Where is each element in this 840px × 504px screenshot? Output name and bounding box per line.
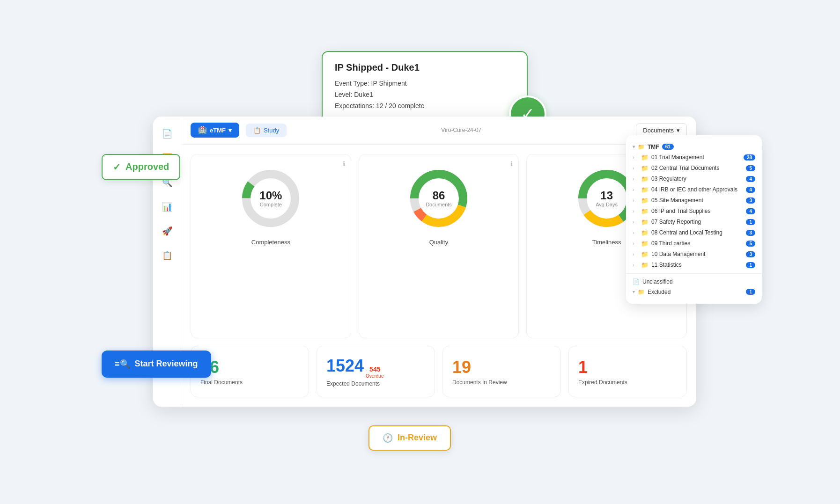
tmf-item-folder-icon: 📁 xyxy=(641,197,648,204)
tmf-chevron-down-icon2: ▾ xyxy=(633,289,635,294)
tmf-items-list: › 📁 01 Trial Management 28 › 📁 02 Centra… xyxy=(626,152,762,270)
tmf-header-label: TMF xyxy=(648,144,659,150)
tmf-unclassified-label: Unclassified xyxy=(642,278,755,285)
tmf-item-04[interactable]: › 📁 04 IRB or IEC and other Approvals 4 xyxy=(626,184,762,195)
in-review-label: Documents In Review xyxy=(452,379,551,386)
quality-sub: Documents xyxy=(426,202,452,207)
tmf-item-06[interactable]: › 📁 06 IP and Trial Supplies 4 xyxy=(626,206,762,217)
tmf-item-chevron: › xyxy=(633,241,638,246)
tmf-item-badge: 1 xyxy=(746,262,755,268)
tmf-item-label: 02 Central Trial Documents xyxy=(651,165,743,171)
timeliness-value: 13 xyxy=(596,189,618,201)
tmf-chevron-down-icon: ▾ xyxy=(633,144,635,149)
tmf-item-label: 04 IRB or IEC and other Approvals xyxy=(651,186,743,193)
tmf-item-folder-icon: 📁 xyxy=(641,229,648,236)
in-review-badge-label: In-Review xyxy=(398,433,437,443)
tmf-item-badge: 28 xyxy=(744,154,755,161)
timeliness-title: Timeliness xyxy=(592,239,621,246)
tmf-excluded-icon: 📁 xyxy=(638,289,645,295)
tmf-unclassified[interactable]: 📄 Unclassified xyxy=(626,277,762,287)
tmf-item-label: 10 Data Management xyxy=(651,251,743,257)
quality-title: Quality xyxy=(429,239,448,246)
tmf-excluded[interactable]: ▾ 📁 Excluded 1 xyxy=(626,287,762,297)
tmf-item-07[interactable]: › 📁 07 Safety Reporting 1 xyxy=(626,217,762,227)
completeness-value: 10% xyxy=(259,189,282,201)
etmf-dropdown-icon: ▾ xyxy=(228,127,232,134)
quality-donut: 86 Documents xyxy=(406,166,472,231)
tmf-item-03[interactable]: › 📁 03 Regulatory 4 xyxy=(626,174,762,184)
expected-docs-number: 1524 xyxy=(326,356,364,376)
content-area: ℹ 10% Complete Completeness xyxy=(181,145,696,407)
tmf-header: ▾ 📁 TMF 61 xyxy=(626,142,762,152)
tmf-item-badge: 4 xyxy=(746,208,755,214)
final-docs-number: 66 xyxy=(200,358,299,377)
expired-docs-number: 1 xyxy=(578,358,677,377)
completeness-card: ℹ 10% Complete Completeness xyxy=(191,154,351,338)
tmf-item-chevron: › xyxy=(633,219,638,225)
tmf-item-chevron: › xyxy=(633,176,638,182)
in-review-badge: 🕐 In-Review xyxy=(368,425,451,451)
approved-label: Approved xyxy=(125,161,169,172)
tmf-tree-panel: ▾ 📁 TMF 61 › 📁 01 Trial Management 28 › … xyxy=(626,135,762,304)
tooltip-event-type: Event Type: IP Shipment xyxy=(335,80,515,87)
tmf-header-badge: 61 xyxy=(662,144,674,150)
dashboard-card: 📄 🔀 🔍 📊 🚀 📋 🏥 eTMF ▾ 📋 Study Viro-Cure-2… xyxy=(153,117,696,407)
tmf-item-10[interactable]: › 📁 10 Data Management 3 xyxy=(626,249,762,260)
sidebar-icon-clipboard[interactable]: 📋 xyxy=(159,248,175,263)
study-tab[interactable]: 📋 Study xyxy=(246,124,287,137)
tmf-item-folder-icon: 📁 xyxy=(641,165,648,172)
study-icon: 📋 xyxy=(253,127,261,134)
tmf-item-01[interactable]: › 📁 01 Trial Management 28 xyxy=(626,152,762,163)
tmf-folder-icon: 📁 xyxy=(638,144,645,150)
tmf-item-badge: 5 xyxy=(746,165,755,171)
tmf-item-label: 07 Safety Reporting xyxy=(651,219,743,225)
tmf-item-05[interactable]: › 📁 05 Site Management 3 xyxy=(626,195,762,206)
chevron-down-icon: ▾ xyxy=(677,127,680,134)
tmf-item-badge: 3 xyxy=(746,230,755,236)
tmf-item-chevron: › xyxy=(633,263,638,268)
tmf-item-11[interactable]: › 📁 11 Statistics 1 xyxy=(626,260,762,270)
tmf-item-chevron: › xyxy=(633,252,638,257)
etmf-button[interactable]: 🏥 eTMF ▾ xyxy=(191,123,239,138)
quality-value: 86 xyxy=(426,189,452,201)
tmf-item-folder-icon: 📁 xyxy=(641,186,648,193)
tmf-item-chevron: › xyxy=(633,209,638,214)
tmf-item-badge: 3 xyxy=(746,251,755,257)
overdue-label: Overdue xyxy=(366,373,383,379)
tooltip-title: IP Shipped - Duke1 xyxy=(335,62,515,73)
tmf-excluded-badge: 1 xyxy=(746,289,755,295)
expired-docs-card: 1 Expired Documents xyxy=(568,346,687,397)
tmf-item-label: 06 IP and Trial Supplies xyxy=(651,208,743,214)
tmf-item-chevron: › xyxy=(633,198,638,203)
quality-card: ℹ 86 Documents xyxy=(359,154,519,338)
tmf-item-09[interactable]: › 📁 09 Third parties 5 xyxy=(626,238,762,249)
expected-docs-label: Expected Documents xyxy=(326,380,425,387)
tmf-item-folder-icon: 📁 xyxy=(641,154,648,161)
charts-row: ℹ 10% Complete Completeness xyxy=(191,154,687,338)
tmf-item-label: 01 Trial Management xyxy=(651,154,741,161)
tmf-item-badge: 4 xyxy=(746,187,755,193)
completeness-title: Completeness xyxy=(251,239,290,246)
tmf-item-badge: 3 xyxy=(746,197,755,204)
tmf-item-08[interactable]: › 📁 08 Central and Local Testing 3 xyxy=(626,227,762,238)
start-reviewing-button[interactable]: ≡🔍 Start Reviewing xyxy=(102,351,211,378)
tmf-item-folder-icon: 📁 xyxy=(641,175,648,183)
tmf-excluded-label: Excluded xyxy=(648,289,743,295)
sidebar-icon-chart[interactable]: 📊 xyxy=(159,199,175,215)
start-reviewing-icon: ≡🔍 xyxy=(115,359,130,369)
completeness-donut: 10% Complete xyxy=(238,166,303,231)
overdue-number: 545 xyxy=(369,365,380,373)
tmf-item-folder-icon: 📁 xyxy=(641,208,648,215)
tmf-item-02[interactable]: › 📁 02 Central Trial Documents 5 xyxy=(626,163,762,174)
quality-info-icon[interactable]: ℹ xyxy=(510,160,513,168)
sidebar-icon-docs[interactable]: 📄 xyxy=(159,126,175,142)
approved-icon: ✓ xyxy=(113,161,121,173)
tmf-item-label: 03 Regulatory xyxy=(651,175,743,182)
tmf-item-chevron: › xyxy=(633,187,638,192)
tmf-item-label: 11 Statistics xyxy=(651,262,743,268)
tmf-item-label: 05 Site Management xyxy=(651,197,743,204)
in-review-number: 19 xyxy=(452,358,551,377)
completeness-info-icon[interactable]: ℹ xyxy=(343,160,345,168)
tmf-item-label: 08 Central and Local Testing xyxy=(651,229,743,236)
sidebar-icon-rocket[interactable]: 🚀 xyxy=(159,223,175,239)
